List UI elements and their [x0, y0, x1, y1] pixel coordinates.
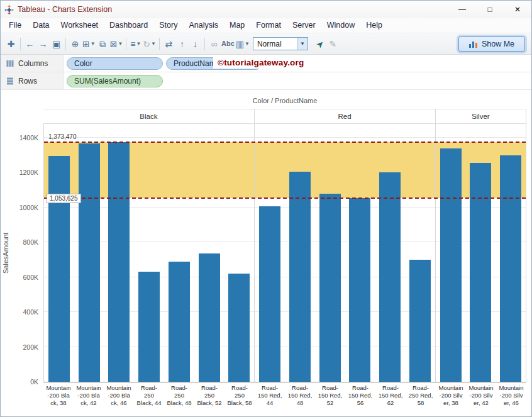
bar[interactable]: [169, 262, 190, 382]
group-members-icon[interactable]: ∞: [208, 36, 221, 52]
sort-descending-icon[interactable]: ↓: [189, 36, 202, 52]
bar[interactable]: [440, 148, 462, 382]
x-axis-label[interactable]: Road-150 Red,52: [315, 384, 345, 407]
y-tick-label: 400K: [23, 308, 38, 316]
x-axis-label[interactable]: Road-150 Red,62: [375, 384, 406, 407]
back-icon[interactable]: ←: [23, 36, 36, 52]
bar[interactable]: [409, 260, 431, 382]
x-axis-label[interactable]: Road-250Black, 44: [134, 384, 164, 407]
menu-item-map[interactable]: Map: [224, 18, 250, 33]
rows-icon: [6, 77, 14, 85]
bar-slot: [44, 124, 74, 382]
bar[interactable]: [289, 172, 311, 382]
x-axis-label[interactable]: Road-250Black, 48: [164, 384, 194, 407]
pane-header[interactable]: Black: [43, 109, 255, 123]
toolbar-separator: [65, 38, 66, 50]
y-axis: SalesAmount 0K200K400K600K800K1000K1200K…: [1, 124, 43, 382]
x-axis-label[interactable]: Road-150 Red,44: [255, 384, 285, 407]
new-worksheet-icon[interactable]: ⊞▼: [82, 36, 96, 52]
toolbar-separator: [20, 38, 21, 50]
bar[interactable]: [138, 272, 160, 382]
show-mark-labels-icon[interactable]: Abc: [221, 36, 235, 52]
pin-icon[interactable]: ➤: [313, 36, 326, 52]
bar[interactable]: [379, 172, 401, 382]
bar[interactable]: [199, 253, 220, 382]
close-button[interactable]: ✕: [504, 1, 531, 18]
reference-line: [44, 142, 526, 143]
fit-axes-icon[interactable]: ≡▼: [129, 36, 142, 52]
watermark: ©tutorialgateway.org: [213, 57, 308, 69]
bar[interactable]: [48, 156, 70, 382]
menu-item-help[interactable]: Help: [360, 18, 388, 33]
x-axis-label[interactable]: Mountain-200 Silver, 38: [436, 384, 466, 407]
maximize-button[interactable]: □: [476, 1, 504, 18]
pane-header[interactable]: Red: [255, 109, 436, 123]
menu-item-file[interactable]: File: [3, 18, 27, 33]
plot-area: 1,373,4701,053,625: [43, 124, 526, 382]
pane-header[interactable]: Silver: [436, 109, 526, 123]
x-axis-label[interactable]: Mountain-200 Black, 38: [43, 384, 74, 407]
x-axis-label[interactable]: Road-250 Red,58: [406, 384, 436, 407]
show-me-button[interactable]: Show Me: [458, 36, 525, 52]
tableau-logo-icon[interactable]: ✚: [4, 36, 18, 52]
bar[interactable]: [108, 142, 130, 382]
forward-icon[interactable]: →: [36, 36, 50, 52]
menu-item-worksheet[interactable]: Worksheet: [55, 18, 104, 33]
bar[interactable]: [500, 155, 521, 382]
menu-item-window[interactable]: Window: [321, 18, 360, 33]
bar[interactable]: [228, 274, 250, 382]
menu-item-server[interactable]: Server: [287, 18, 321, 33]
pill-color-label: Color: [74, 59, 92, 68]
columns-shelf-text: Columns: [18, 59, 48, 68]
save-icon[interactable]: ▣: [50, 36, 63, 52]
y-tick-label: 800K: [23, 238, 38, 246]
x-axis-label[interactable]: Road-150 Red,48: [285, 384, 315, 407]
bar[interactable]: [79, 143, 100, 382]
chevron-down-icon[interactable]: ▼: [297, 38, 308, 50]
x-label-pane: Mountain-200 Black, 38Mountain-200 Black…: [43, 384, 255, 407]
bar-slot: [405, 124, 435, 382]
bar-slot: [104, 124, 135, 382]
minimize-button[interactable]: —: [448, 1, 476, 18]
columns-shelf-pills[interactable]: Color ProductName ©tutorialgateway.org: [64, 55, 531, 72]
pane: [436, 124, 526, 382]
menu-item-format[interactable]: Format: [250, 18, 287, 33]
highlight-icon[interactable]: ✎: [326, 36, 340, 52]
pill-color[interactable]: Color: [67, 57, 163, 70]
fit-selector-icon[interactable]: ▥▼: [235, 36, 250, 52]
bar-slot: [345, 124, 375, 382]
y-tick-label: 200K: [23, 343, 38, 351]
bar[interactable]: [349, 198, 370, 382]
clear-sheet-icon[interactable]: ⊠▼: [109, 36, 124, 52]
pill-sum-salesamount[interactable]: SUM(SalesAmount): [67, 75, 163, 87]
swap-rows-columns-icon[interactable]: ⇄: [162, 36, 175, 52]
menu-item-data[interactable]: Data: [27, 18, 55, 33]
reference-band-max-label: 1,373,470: [48, 133, 77, 140]
bar[interactable]: [470, 163, 491, 382]
new-datasource-icon[interactable]: ⊕: [69, 36, 82, 52]
x-axis-label[interactable]: Mountain-200 Black, 42: [74, 384, 104, 407]
view-fit-dropdown[interactable]: Normal ▼: [253, 37, 308, 50]
x-axis-label[interactable]: Mountain-200 Black, 46: [104, 384, 134, 407]
x-axis-label[interactable]: Road-250Black, 58: [224, 384, 255, 407]
bar[interactable]: [259, 206, 280, 382]
pane: [255, 124, 436, 382]
bar[interactable]: [319, 194, 341, 382]
rows-shelf-pills[interactable]: SUM(SalesAmount): [64, 72, 531, 89]
refresh-icon[interactable]: ↻▼: [142, 36, 157, 52]
bar-slot: [74, 124, 104, 382]
menu-item-dashboard[interactable]: Dashboard: [104, 18, 153, 33]
y-tick-label: 600K: [23, 274, 38, 281]
menu-item-analysis[interactable]: Analysis: [183, 18, 224, 33]
sort-ascending-icon[interactable]: ↑: [175, 36, 189, 52]
reference-band-min-label: 1,053,625: [47, 194, 81, 203]
x-axis-label[interactable]: Mountain-200 Silver, 46: [496, 384, 526, 407]
x-axis-label[interactable]: Road-150 Red,56: [345, 384, 375, 407]
toolbar: ✚←→▣⊕⊞▼⧉⊠▼≡▼↻▼⇄↑↓∞Abc▥▼ Normal ▼ ➤✎ Show…: [1, 33, 531, 55]
x-axis-label[interactable]: Road-250Black, 52: [194, 384, 224, 407]
y-tick-label: 1400K: [19, 134, 38, 142]
menu-item-story[interactable]: Story: [153, 18, 183, 33]
x-axis-label[interactable]: Mountain-200 Silver, 42: [466, 384, 496, 407]
duplicate-sheet-icon[interactable]: ⧉: [96, 36, 109, 52]
rows-shelf: Rows SUM(SalesAmount): [1, 72, 531, 90]
